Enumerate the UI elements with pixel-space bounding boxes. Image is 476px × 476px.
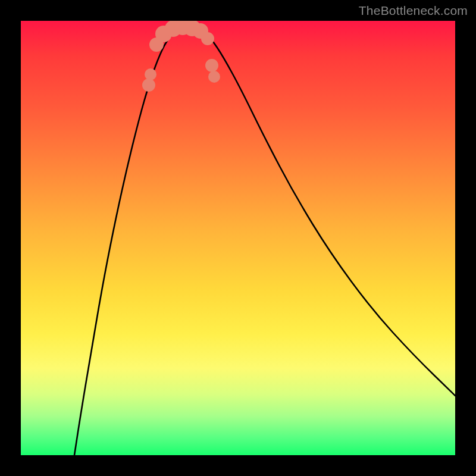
marker-dot <box>145 68 156 80</box>
chart-svg <box>21 21 455 455</box>
watermark-text: TheBottleneck.com <box>359 4 468 18</box>
marker-dot <box>208 71 220 83</box>
chart-frame: TheBottleneck.com <box>0 0 476 476</box>
marker-dot <box>205 59 218 72</box>
marker-dot <box>142 79 155 92</box>
marker-dot <box>201 32 214 45</box>
chart-curve <box>74 27 455 455</box>
chart-markers <box>142 21 220 92</box>
chart-plot-area <box>21 21 455 455</box>
